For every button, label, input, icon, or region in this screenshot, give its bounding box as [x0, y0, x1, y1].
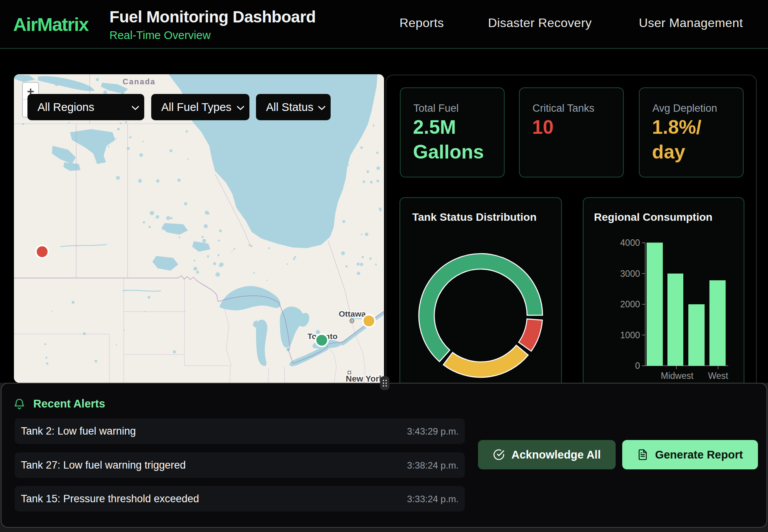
svg-text:West: West: [708, 371, 729, 381]
svg-text:1000: 1000: [620, 330, 640, 340]
svg-text:3000: 3000: [620, 269, 640, 279]
svg-text:New York: New York: [346, 374, 384, 383]
svg-text:4000: 4000: [620, 238, 640, 248]
svg-text:Midwest: Midwest: [661, 371, 694, 381]
svg-text:0: 0: [635, 361, 640, 371]
svg-text:Ottawa: Ottawa: [339, 309, 366, 318]
svg-text:2000: 2000: [620, 299, 640, 309]
svg-text:Canada: Canada: [123, 77, 155, 86]
